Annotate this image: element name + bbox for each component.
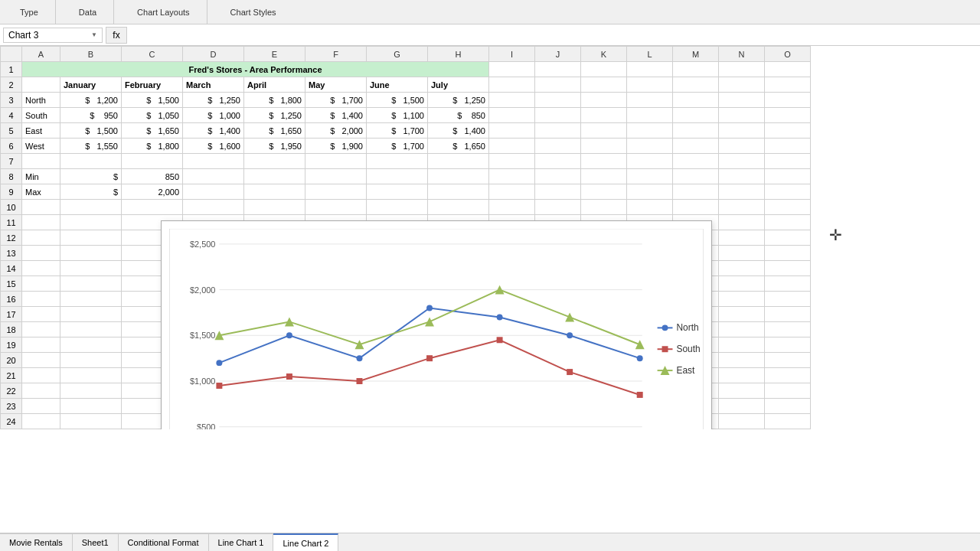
cell-l7[interactable]: [627, 154, 673, 169]
cell-e9[interactable]: [244, 184, 305, 200]
col-header-a[interactable]: A: [22, 47, 60, 62]
cell-d5[interactable]: $ 1,400: [183, 123, 244, 139]
cell-f3[interactable]: $ 1,700: [305, 93, 367, 108]
cell-g7[interactable]: [367, 154, 428, 169]
cell-o6[interactable]: [765, 139, 811, 154]
cell-n6[interactable]: [719, 139, 765, 154]
cell-k9[interactable]: [581, 184, 627, 200]
cell-i1[interactable]: [489, 62, 535, 77]
cell-e4[interactable]: $ 1,250: [244, 108, 305, 123]
cell-d4[interactable]: $ 1,000: [183, 108, 244, 123]
cell-a5[interactable]: East: [22, 123, 60, 139]
cell-i6[interactable]: [489, 139, 535, 154]
tab-type[interactable]: Type: [12, 5, 46, 20]
cell-a4[interactable]: South: [22, 108, 60, 123]
cell-j7[interactable]: [535, 154, 581, 169]
cell-h4[interactable]: $ 850: [428, 108, 489, 123]
cell-g3[interactable]: $ 1,500: [367, 93, 428, 108]
cell-k2[interactable]: [581, 77, 627, 93]
cell-c6[interactable]: $ 1,800: [122, 139, 183, 154]
cell-i5[interactable]: [489, 123, 535, 139]
cell-b6[interactable]: $ 1,550: [60, 139, 122, 154]
cell-i3[interactable]: [489, 93, 535, 108]
cell-n2[interactable]: [719, 77, 765, 93]
cell-b3[interactable]: $ 1,200: [60, 93, 122, 108]
cell-c7[interactable]: [122, 154, 183, 169]
cell-e5[interactable]: $ 1,650: [244, 123, 305, 139]
cell-m7[interactable]: [673, 154, 719, 169]
cell-f5[interactable]: $ 2,000: [305, 123, 367, 139]
cell-e2[interactable]: April: [244, 77, 305, 93]
cell-c3[interactable]: $ 1,500: [122, 93, 183, 108]
col-header-h[interactable]: H: [428, 47, 489, 62]
cell-i7[interactable]: [489, 154, 535, 169]
cell-d2[interactable]: March: [183, 77, 244, 93]
cell-f6[interactable]: $ 1,900: [305, 139, 367, 154]
cell-a9[interactable]: Max: [22, 184, 60, 200]
cell-i9[interactable]: [489, 184, 535, 200]
cell-f2[interactable]: May: [305, 77, 367, 93]
cell-m1[interactable]: [673, 62, 719, 77]
cell-m8[interactable]: [673, 169, 719, 184]
col-header-l[interactable]: L: [627, 47, 673, 62]
cell-o8[interactable]: [765, 169, 811, 184]
chart-overlay[interactable]: $2,500 $2,000 $1,500 $1,000 $500 $- Janu…: [161, 220, 712, 429]
cell-k6[interactable]: [581, 139, 627, 154]
cell-l5[interactable]: [627, 123, 673, 139]
cell-b8[interactable]: $: [60, 169, 122, 184]
cell-o4[interactable]: [765, 108, 811, 123]
cell-c5[interactable]: $ 1,650: [122, 123, 183, 139]
cell-b9[interactable]: $: [60, 184, 122, 200]
col-header-i[interactable]: I: [489, 47, 535, 62]
cell-o3[interactable]: [765, 93, 811, 108]
cell-n1[interactable]: [719, 62, 765, 77]
fx-button[interactable]: fx: [106, 27, 127, 44]
col-header-e[interactable]: E: [244, 47, 305, 62]
cell-j4[interactable]: [535, 108, 581, 123]
cell-d8[interactable]: [183, 169, 244, 184]
cell-i8[interactable]: [489, 169, 535, 184]
cell-k5[interactable]: [581, 123, 627, 139]
cell-c9[interactable]: 2,000: [122, 184, 183, 200]
col-header-f[interactable]: F: [305, 47, 367, 62]
cell-l2[interactable]: [627, 77, 673, 93]
col-header-d[interactable]: D: [183, 47, 244, 62]
cell-o1[interactable]: [765, 62, 811, 77]
cell-c4[interactable]: $ 1,050: [122, 108, 183, 123]
cell-n5[interactable]: [719, 123, 765, 139]
cell-l9[interactable]: [627, 184, 673, 200]
cell-g4[interactable]: $ 1,100: [367, 108, 428, 123]
cell-m3[interactable]: [673, 93, 719, 108]
cell-j1[interactable]: [535, 62, 581, 77]
name-box[interactable]: Chart 3 ▼: [3, 28, 103, 43]
cell-h5[interactable]: $ 1,400: [428, 123, 489, 139]
cell-f8[interactable]: [305, 169, 367, 184]
cell-n8[interactable]: [719, 169, 765, 184]
cell-o9[interactable]: [765, 184, 811, 200]
cell-c2[interactable]: February: [122, 77, 183, 93]
col-header-k[interactable]: K: [581, 47, 627, 62]
col-header-j[interactable]: J: [535, 47, 581, 62]
cell-f9[interactable]: [305, 184, 367, 200]
cell-h7[interactable]: [428, 154, 489, 169]
cell-k3[interactable]: [581, 93, 627, 108]
cell-i2[interactable]: [489, 77, 535, 93]
formula-input[interactable]: [130, 27, 977, 44]
cell-n3[interactable]: [719, 93, 765, 108]
cell-a7[interactable]: [22, 154, 60, 169]
cell-a8[interactable]: Min: [22, 169, 60, 184]
cell-j8[interactable]: [535, 169, 581, 184]
cell-j5[interactable]: [535, 123, 581, 139]
col-header-g[interactable]: G: [367, 47, 428, 62]
cell-g9[interactable]: [367, 184, 428, 200]
cell-a3[interactable]: North: [22, 93, 60, 108]
cell-e6[interactable]: $ 1,950: [244, 139, 305, 154]
cell-b2[interactable]: January: [60, 77, 122, 93]
cell-m9[interactable]: [673, 184, 719, 200]
tab-chart-layouts[interactable]: Chart Layouts: [129, 5, 197, 20]
col-header-o[interactable]: O: [765, 47, 811, 62]
cell-i4[interactable]: [489, 108, 535, 123]
cell-e8[interactable]: [244, 169, 305, 184]
cell-e3[interactable]: $ 1,800: [244, 93, 305, 108]
cell-k1[interactable]: [581, 62, 627, 77]
